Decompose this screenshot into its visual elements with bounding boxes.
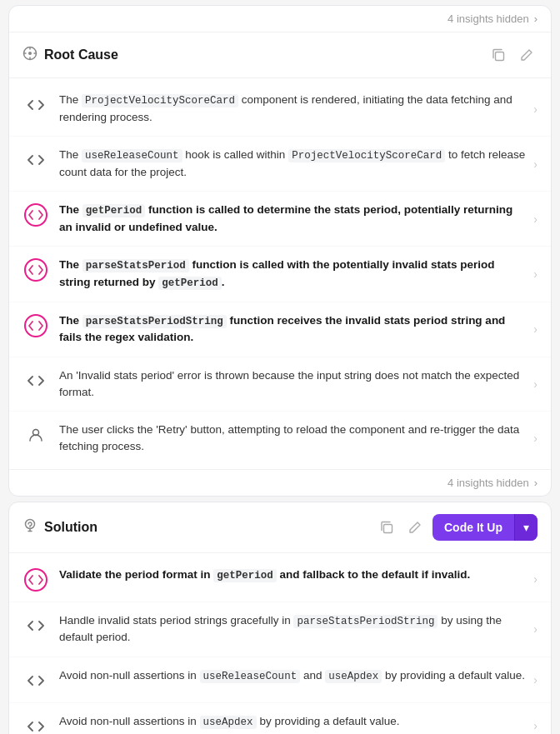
solution-section-icon (22, 518, 38, 537)
root-cause-item-1-content: The ProjectVelocityScoreCard component i… (59, 92, 527, 126)
root-cause-item-2-chevron: › (533, 157, 538, 171)
svg-rect-10 (384, 524, 392, 532)
root-cause-bottom-insights-bar: 4 insights hidden › (9, 469, 551, 496)
highlighted-icon-4 (24, 258, 48, 282)
root-cause-item-4-icon-col (22, 258, 49, 282)
root-cause-item-2-icon-col (22, 148, 49, 172)
solution-item-1-icon-col (22, 568, 49, 592)
solution-item-3-chevron: › (533, 673, 538, 687)
solution-header-actions: Code It Up ▾ (376, 514, 538, 541)
code-it-up-chevron-icon: ▾ (514, 514, 538, 541)
solution-item-1[interactable]: Validate the period format in getPeriod … (9, 557, 551, 602)
root-cause-copy-button[interactable] (488, 44, 509, 66)
solution-item-2[interactable]: Handle invalid stats period strings grac… (9, 602, 551, 657)
solution-item-1-content: Validate the period format in getPeriod … (59, 567, 527, 584)
solution-item-3-content: Avoid non-null assertions in useReleaseC… (59, 667, 527, 685)
root-cause-item-4-chevron: › (533, 267, 538, 281)
solution-item-3-icon-col (22, 669, 49, 692)
inline-code: useApdex (200, 716, 257, 729)
root-cause-item-7-chevron: › (533, 432, 538, 445)
root-cause-section-icon (22, 46, 38, 64)
svg-point-1 (28, 52, 32, 55)
code-it-up-button[interactable]: Code It Up ▾ (432, 514, 538, 541)
root-cause-item-3[interactable]: The getPeriod function is called to dete… (9, 192, 551, 247)
root-cause-item-7[interactable]: The user clicks the 'Retry' button, atte… (9, 412, 551, 466)
solution-item-4-chevron: › (533, 719, 538, 732)
root-cause-item-6[interactable]: An 'Invalid stats period' error is throw… (9, 357, 551, 412)
root-cause-item-1[interactable]: The ProjectVelocityScoreCard component i… (9, 82, 551, 137)
solution-code-icon-4 (24, 715, 48, 735)
inline-code: ProjectVelocityScoreCard (288, 149, 445, 162)
highlighted-icon-5 (24, 314, 48, 337)
solution-item-4[interactable]: Avoid non-null assertions in useApdex by… (9, 703, 551, 735)
root-cause-item-4[interactable]: The parseStatsPeriod function is called … (9, 247, 551, 302)
root-cause-item-6-chevron: › (533, 377, 538, 391)
inline-code: getPeriod (82, 204, 146, 217)
solution-timeline: Validate the period format in getPeriod … (9, 553, 551, 735)
inline-code: useReleaseCount (82, 149, 182, 162)
solution-item-4-content: Avoid non-null assertions in useApdex by… (59, 713, 527, 731)
root-cause-item-6-content: An 'Invalid stats period' error is throw… (59, 367, 527, 402)
inline-code: parseStatsPeriodString (82, 315, 227, 328)
inline-code: parseStatsPeriodString (293, 615, 438, 628)
root-cause-item-1-chevron: › (533, 102, 538, 116)
root-cause-bottom-insights-text: 4 insights hidden (448, 477, 529, 489)
root-cause-top-insights-bar: 4 insights hidden › (9, 6, 551, 32)
root-cause-item-5-chevron: › (533, 322, 538, 336)
solution-copy-button[interactable] (376, 517, 398, 538)
inline-code: getPeriod (213, 569, 277, 582)
root-cause-item-2[interactable]: The useReleaseCount hook is called withi… (9, 137, 551, 192)
solution-item-4-icon-col (22, 715, 49, 735)
svg-rect-6 (496, 52, 504, 61)
root-cause-header: Root Cause (9, 32, 551, 78)
root-cause-item-7-icon-col (22, 423, 49, 447)
solution-item-1-chevron: › (533, 572, 538, 586)
solution-highlighted-icon-1 (24, 568, 48, 592)
highlighted-icon-3 (24, 203, 48, 227)
solution-header: Solution Code It Up ▾ (9, 502, 551, 553)
root-cause-item-6-icon-col (22, 369, 49, 392)
solution-title: Solution (44, 520, 98, 535)
root-cause-item-3-chevron: › (533, 212, 538, 226)
root-cause-item-5-icon-col (22, 314, 49, 337)
solution-item-2-chevron: › (533, 622, 538, 636)
inline-code: parseStatsPeriod (82, 259, 189, 272)
solution-code-icon-3 (24, 669, 48, 692)
code-icon-6 (24, 369, 48, 392)
solution-code-icon-2 (24, 614, 48, 637)
inline-code: useApdex (325, 670, 382, 683)
solution-title-group: Solution (22, 518, 98, 537)
root-cause-item-4-content: The parseStatsPeriod function is called … (59, 257, 527, 292)
root-cause-item-2-content: The useReleaseCount hook is called withi… (59, 147, 527, 181)
user-icon-7 (24, 423, 48, 447)
root-cause-item-1-icon-col (22, 93, 49, 117)
inline-code: useReleaseCount (200, 670, 301, 683)
solution-item-2-icon-col (22, 614, 49, 637)
root-cause-top-insights-text: 4 insights hidden (448, 12, 529, 25)
root-cause-edit-button[interactable] (516, 44, 538, 66)
code-icon-2 (24, 148, 48, 172)
root-cause-item-3-icon-col (22, 203, 49, 227)
root-cause-item-5[interactable]: The parseStatsPeriodString function rece… (9, 302, 551, 357)
root-cause-timeline: The ProjectVelocityScoreCard component i… (9, 78, 551, 469)
root-cause-item-5-content: The parseStatsPeriodString function rece… (59, 312, 527, 347)
root-cause-title-group: Root Cause (22, 46, 118, 64)
root-cause-bottom-chevron-icon[interactable]: › (534, 477, 538, 489)
inline-code: ProjectVelocityScoreCard (82, 94, 238, 107)
root-cause-section: 4 insights hidden › Root Cause (8, 5, 552, 497)
svg-point-9 (30, 527, 31, 527)
solution-section: Solution Code It Up ▾ (8, 502, 552, 735)
inline-code: getPeriod (158, 277, 222, 290)
solution-item-3[interactable]: Avoid non-null assertions in useReleaseC… (9, 657, 551, 703)
root-cause-title: Root Cause (44, 47, 118, 62)
root-cause-item-3-content: The getPeriod function is called to dete… (59, 202, 527, 236)
code-icon-1 (24, 93, 48, 117)
root-cause-item-7-content: The user clicks the 'Retry' button, atte… (59, 422, 527, 456)
root-cause-header-actions (488, 44, 538, 66)
solution-item-2-content: Handle invalid stats period strings grac… (59, 612, 527, 647)
root-cause-top-chevron-icon[interactable]: › (534, 12, 538, 25)
solution-edit-button[interactable] (404, 517, 426, 538)
code-it-up-label: Code It Up (432, 514, 514, 541)
